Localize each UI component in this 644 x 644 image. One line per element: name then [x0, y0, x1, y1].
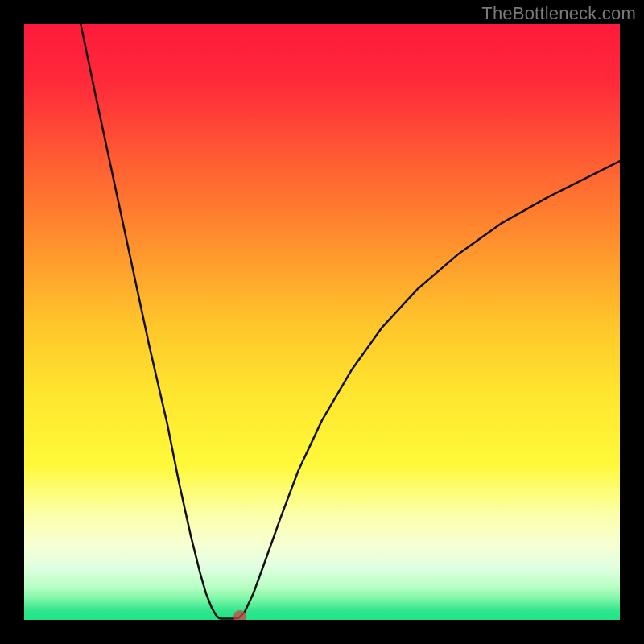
minimum-marker: [233, 610, 246, 620]
watermark-text: TheBottleneck.com: [481, 3, 636, 24]
curve: [24, 24, 620, 620]
chart-frame: TheBottleneck.com: [0, 0, 644, 644]
plot-area: [24, 24, 620, 620]
